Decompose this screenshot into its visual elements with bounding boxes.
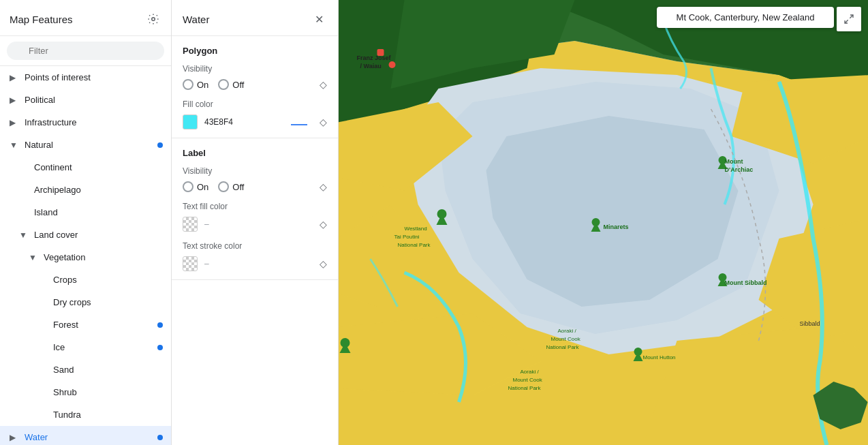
svg-text:Aoraki /: Aoraki / <box>521 369 540 375</box>
svg-line-5 <box>845 20 848 23</box>
sidebar-label: Dry crops <box>53 297 91 307</box>
filter-wrap <box>7 42 164 60</box>
svg-point-39 <box>437 209 447 219</box>
text-stroke-swatch[interactable] <box>183 256 198 271</box>
svg-text:National Park: National Park <box>546 344 580 350</box>
fill-color-label: Fill color <box>183 99 327 109</box>
map-search-bar[interactable]: Mt Cook, Canterbury, New Zealand <box>657 7 834 28</box>
sidebar-item-forest[interactable]: Forest <box>0 313 171 336</box>
sidebar-item-continent[interactable]: Continent <box>0 156 171 179</box>
middle-panel-title: Water <box>183 14 209 25</box>
chevron-down-icon: ▼ <box>29 253 41 262</box>
sidebar-item-land-cover[interactable]: ▼ Land cover <box>0 224 171 246</box>
sidebar-label: Political <box>25 95 55 105</box>
chevron-right-icon: ▶ <box>10 433 22 442</box>
svg-point-44 <box>341 338 350 348</box>
chevron-down-icon: ▼ <box>10 140 22 150</box>
fill-color-swatch[interactable] <box>183 114 198 129</box>
sidebar-label: Archipelago <box>34 185 81 195</box>
sidebar-item-island[interactable]: Island <box>0 201 171 224</box>
polygon-visibility-on[interactable]: On <box>183 79 208 90</box>
svg-text:D'Archiac: D'Archiac <box>725 166 754 173</box>
radio-off-label: Off <box>232 80 244 90</box>
label-visibility-diamond[interactable]: ◇ <box>320 181 327 192</box>
map-search-text: Mt Cook, Canterbury, New Zealand <box>677 12 815 22</box>
close-button[interactable]: ✕ <box>309 10 328 29</box>
sidebar-item-political[interactable]: ▶ Political <box>0 89 171 111</box>
sidebar-item-sand[interactable]: Sand <box>0 358 171 381</box>
svg-point-52 <box>634 348 642 356</box>
svg-text:Mount: Mount <box>725 158 743 165</box>
radio-on-label: On <box>197 182 208 192</box>
sidebar-label: Ice <box>53 342 65 352</box>
middle-panel: Water ✕ Polygon Visibility On Off ◇ Fill… <box>172 0 339 445</box>
svg-text:Mount Cook: Mount Cook <box>513 377 543 383</box>
blue-line-indicator <box>291 117 307 127</box>
svg-text:Franz Josef: Franz Josef <box>357 55 392 61</box>
map-area: Mt Cook, Canterbury, New Zealand <box>339 0 868 445</box>
sidebar-label: Land cover <box>34 230 78 240</box>
text-stroke-diamond[interactable]: ◇ <box>320 258 327 269</box>
text-stroke-row: – ◇ <box>183 256 327 271</box>
label-visibility-off[interactable]: Off <box>218 181 244 192</box>
sidebar-label: Points of interest <box>25 72 91 82</box>
sidebar-item-infrastructure[interactable]: ▶ Infrastructure <box>0 111 171 134</box>
visibility-label: Visibility <box>183 64 327 74</box>
left-header: Map Features <box>0 0 171 36</box>
svg-text:Aoraki /: Aoraki / <box>558 328 577 334</box>
sidebar-item-vegetation[interactable]: ▼ Vegetation <box>0 246 171 268</box>
label-title: Label <box>183 148 327 158</box>
sidebar-label: Island <box>34 207 58 217</box>
svg-text:Mount Cook: Mount Cook <box>551 336 581 342</box>
svg-text:Mount Sibbald: Mount Sibbald <box>725 279 767 286</box>
polygon-visibility-diamond[interactable]: ◇ <box>320 79 327 90</box>
svg-text:Tai Poutini: Tai Poutini <box>394 234 420 240</box>
fill-color-diamond[interactable]: ◇ <box>320 117 327 127</box>
fullscreen-button[interactable] <box>837 7 861 31</box>
left-panel-title: Map Features <box>10 14 73 25</box>
svg-text:National Park: National Park <box>398 242 431 248</box>
svg-point-32 <box>592 218 600 226</box>
polygon-visibility-off[interactable]: Off <box>218 79 244 90</box>
label-visibility-row: On Off ◇ <box>183 181 327 192</box>
sidebar-item-archipelago[interactable]: Archipelago <box>0 179 171 201</box>
svg-text:Sibbald: Sibbald <box>800 320 820 327</box>
radio-on-label: On <box>197 80 208 90</box>
label-visibility-label: Visibility <box>183 166 327 176</box>
sidebar-item-points-of-interest[interactable]: ▶ Points of interest <box>0 66 171 89</box>
modified-dot <box>157 322 163 328</box>
blue-line <box>291 124 307 125</box>
chevron-right-icon: ▶ <box>10 118 22 127</box>
label-section: Label Visibility On Off ◇ Text fill colo… <box>172 138 338 280</box>
sidebar-label: Crops <box>53 275 77 285</box>
modified-dot <box>157 142 163 148</box>
sidebar-item-tundra[interactable]: Tundra <box>0 403 171 426</box>
radio-off-label: Off <box>232 182 244 192</box>
left-panel: Map Features ▶ Points of interest ▶ P <box>0 0 172 445</box>
svg-text:Westland: Westland <box>405 226 427 232</box>
sidebar-item-water[interactable]: ▶ Water <box>0 426 171 445</box>
label-visibility-on[interactable]: On <box>183 181 208 192</box>
sidebar-label: Shrub <box>53 387 77 397</box>
nav-items: ▶ Points of interest ▶ Political ▶ Infra… <box>0 66 171 445</box>
sidebar-label: Continent <box>34 162 72 172</box>
text-fill-dash: – <box>204 219 209 229</box>
sidebar-item-dry-crops[interactable]: Dry crops <box>0 291 171 313</box>
sidebar-item-shrub[interactable]: Shrub <box>0 381 171 403</box>
middle-header: Water ✕ <box>172 0 338 36</box>
radio-on-circle <box>183 181 193 192</box>
sidebar-item-ice[interactable]: Ice <box>0 336 171 358</box>
sidebar-item-natural[interactable]: ▼ Natural <box>0 134 171 156</box>
svg-text:Minarets: Minarets <box>604 224 629 230</box>
text-fill-swatch[interactable] <box>183 217 198 232</box>
modified-dot <box>157 435 163 440</box>
polygon-section: Polygon Visibility On Off ◇ Fill color 4… <box>172 36 338 138</box>
settings-button[interactable] <box>144 10 163 29</box>
sidebar-item-crops[interactable]: Crops <box>0 268 171 291</box>
text-fill-diamond[interactable]: ◇ <box>320 219 327 230</box>
sidebar-label: Natural <box>25 140 53 150</box>
text-stroke-label: Text stroke color <box>183 241 327 251</box>
text-fill-row: – ◇ <box>183 217 327 232</box>
svg-text:National Park: National Park <box>508 385 542 391</box>
filter-input[interactable] <box>7 42 164 60</box>
